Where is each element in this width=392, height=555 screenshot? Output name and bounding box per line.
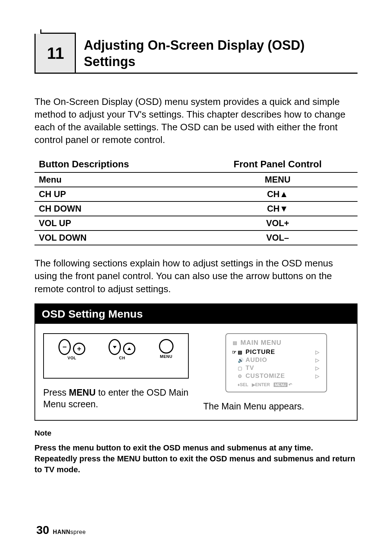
table-row: CH UP CH▲ (34, 187, 358, 201)
table-row: VOL UP VOL+ (34, 216, 358, 230)
sel-hint: ♦SEL (238, 382, 248, 387)
menu-item-picture: ☞ ▧ PICTURE ▷ (233, 348, 320, 356)
vol-label: VOL (68, 356, 76, 360)
enter-hint: ▶ENTER (252, 382, 270, 387)
menu-item-label: AUDIO (246, 356, 268, 364)
table-row: Menu MENU (34, 172, 358, 187)
ch-up-button-icon (123, 343, 135, 355)
svg-marker-3 (113, 346, 117, 348)
osd-left-caption: Press MENU to enter the OSD Main Menu sc… (43, 387, 189, 410)
osd-left-column: VOL CH MENU (43, 333, 189, 412)
chevron-right-icon: ▷ (315, 373, 320, 379)
audio-icon: 🔊 (238, 358, 244, 363)
table-cell-control: VOL– (198, 230, 358, 245)
osd-main-menu-screen: ▤ MAIN MENU ☞ ▧ PICTURE ▷ 🔊 AUDIO ▷ ▢ TV (225, 333, 327, 392)
table-cell-control: CH▼ (198, 201, 358, 216)
menu-item-label: CUSTOMIZE (246, 372, 285, 380)
pointer-icon: ☞ (232, 349, 237, 355)
note-section: Note Press the menu button to exit the O… (34, 429, 358, 475)
caption-bold: MENU (69, 387, 96, 397)
vol-button-group: VOL (58, 339, 85, 360)
osd-right-caption: The Main Menu appears. (203, 400, 349, 412)
table-cell-control: CH▲ (198, 187, 358, 201)
intro-paragraph: The On-Screen Display (OSD) menu system … (34, 95, 358, 146)
table-header-right: Front Panel Control (198, 156, 358, 172)
front-panel-diagram: VOL CH MENU (43, 333, 189, 379)
brand-logo: HANNspree (53, 529, 86, 535)
chevron-right-icon: ▷ (315, 349, 320, 355)
table-cell-desc: CH DOWN (34, 201, 198, 216)
explanation-paragraph: The following sections explain how to ad… (34, 257, 358, 295)
table-cell-desc: CH UP (34, 187, 198, 201)
menu-title-row: ▤ MAIN MENU (233, 339, 320, 347)
ch-down-button-icon (109, 339, 121, 355)
chevron-right-icon: ▷ (315, 365, 320, 371)
svg-marker-4 (127, 347, 131, 350)
menu-title-text: MAIN MENU (241, 339, 282, 347)
osd-box-body: VOL CH MENU (35, 324, 357, 420)
table-cell-desc: Menu (34, 172, 198, 187)
menu-button-group: MENU (159, 339, 173, 359)
page-number: 30 (36, 523, 49, 537)
table-cell-desc: VOL DOWN (34, 230, 198, 245)
menu-footer-hints: ♦SEL ▶ENTER MENU ↶ (233, 382, 320, 387)
menu-item-audio: 🔊 AUDIO ▷ (233, 356, 320, 364)
menu-screen-icon: ▤ (233, 340, 238, 345)
button-descriptions-table: Button Descriptions Front Panel Control … (34, 156, 358, 245)
table-cell-control: MENU (198, 172, 358, 187)
page-footer: 30 HANNspree (36, 523, 86, 537)
table-row: VOL DOWN VOL– (34, 230, 358, 245)
ch-button-group: CH (109, 339, 135, 360)
caption-text: Press (43, 387, 69, 397)
vol-down-button-icon (58, 339, 71, 355)
menu-item-tv: ▢ TV ▷ (233, 364, 320, 372)
menu-item-label: PICTURE (246, 348, 275, 356)
tv-icon: ▢ (238, 366, 244, 371)
menu-item-customize: ⚙ CUSTOMIZE ▷ (233, 372, 320, 380)
osd-setting-menus-box: OSD Setting Menus VOL (34, 303, 358, 421)
customize-icon: ⚙ (238, 374, 244, 379)
ch-label: CH (119, 356, 125, 360)
menu-back-hint: MENU ↶ (274, 382, 293, 387)
chapter-header: 11 Adjusting On-Screen Display (OSD) Set… (34, 33, 358, 74)
menu-button-icon (159, 339, 173, 354)
table-cell-desc: VOL UP (34, 216, 198, 230)
osd-box-header: OSD Setting Menus (35, 304, 357, 324)
table-header-left: Button Descriptions (34, 156, 198, 172)
vol-up-button-icon (73, 343, 85, 355)
table-row: CH DOWN CH▼ (34, 201, 358, 216)
chapter-number: 11 (47, 44, 64, 62)
chevron-right-icon: ▷ (315, 357, 320, 363)
note-text: Press the menu button to exit the OSD me… (34, 442, 358, 475)
menu-item-label: TV (246, 364, 254, 372)
picture-icon: ▧ (238, 350, 244, 355)
note-label: Note (34, 429, 358, 437)
osd-right-column: ▤ MAIN MENU ☞ ▧ PICTURE ▷ 🔊 AUDIO ▷ ▢ TV (203, 333, 349, 412)
menu-label: MENU (160, 354, 172, 359)
chapter-title: Adjusting On-Screen Display (OSD) Settin… (84, 33, 358, 73)
chapter-number-box: 11 (34, 33, 76, 73)
table-cell-control: VOL+ (198, 216, 358, 230)
